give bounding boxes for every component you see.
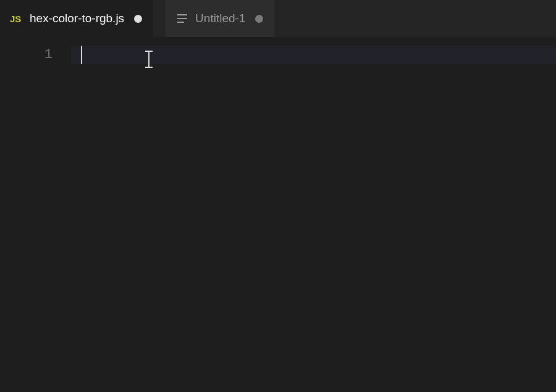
tab-label: hex-color-to-rgb.js [30,12,124,25]
editor-window: JS hex-color-to-rgb.js Untitled-1 1 [0,0,556,392]
code-text-area[interactable] [71,37,556,392]
line-number: 1 [0,46,53,64]
tab-label: Untitled-1 [195,12,245,25]
tab-hex-color-to-rgb[interactable]: JS hex-color-to-rgb.js [0,0,153,37]
line-number-gutter: 1 [0,37,71,392]
tab-spacer [153,0,166,37]
text-caret [81,46,82,64]
tab-untitled-1[interactable]: Untitled-1 [166,0,274,37]
active-line-highlight [71,46,556,64]
editor-area: 1 [0,37,556,392]
modified-indicator-icon[interactable] [134,15,142,23]
text-lines-icon [175,12,189,25]
tab-bar: JS hex-color-to-rgb.js Untitled-1 [0,0,556,37]
js-file-icon: JS [10,12,23,25]
modified-indicator-icon[interactable] [255,15,263,23]
svg-text:JS: JS [10,14,21,24]
